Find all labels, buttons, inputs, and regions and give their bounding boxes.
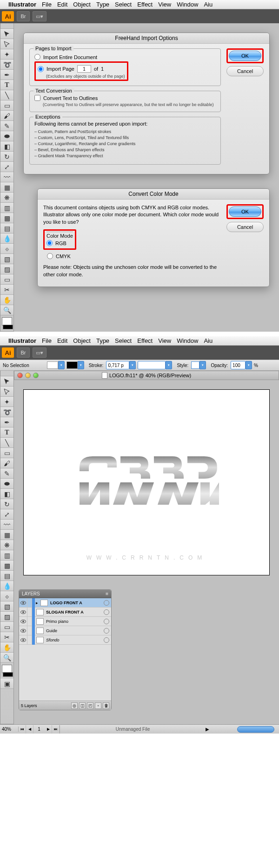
convert-text-checkbox[interactable] [34,95,40,101]
first-artboard-icon[interactable]: ⏮ [19,725,26,734]
artboard-tool-2[interactable]: ▭ [0,622,13,632]
stroke-color-2[interactable] [3,672,13,677]
visibility-toggle[interactable] [19,617,27,626]
menu-file[interactable]: File [42,1,52,8]
color-wells[interactable] [0,315,13,331]
menu-effect[interactable]: Effect [137,1,153,8]
arrange-documents-button[interactable]: ▭▾ [33,11,46,21]
close-window-icon[interactable] [17,373,23,378]
layer-name[interactable]: Primo piano [45,619,104,624]
stroke-color[interactable] [3,325,13,329]
zoom-window-icon[interactable] [33,373,39,378]
graph-tool-2[interactable]: ▥ [0,550,13,561]
pen-tool[interactable]: ✒ [0,70,13,80]
stroke-weight-input[interactable] [106,361,129,369]
lock-toggle[interactable] [27,626,32,635]
window-controls[interactable] [17,373,39,378]
layer-name[interactable]: LOGO FRONT A [49,601,104,605]
zoom-level[interactable]: 40% [0,727,19,732]
zoom-tool-2[interactable]: 🔍 [0,653,13,663]
menu-help[interactable]: Aiu [204,1,213,8]
menu-type-2[interactable]: Type [96,337,109,344]
direct-selection-tool[interactable] [0,39,13,49]
blend-tool-2[interactable]: ⟐ [0,591,13,601]
brush-dropdown[interactable]: ▾ [166,361,172,369]
horizontal-scrollbar[interactable] [237,726,274,733]
bridge-button-2[interactable]: Br [17,347,30,358]
last-artboard-icon[interactable]: ⏭ [52,725,60,734]
layer-row[interactable]: Primo piano [19,617,111,626]
hand-tool[interactable]: ✋ [0,295,13,305]
document-titlebar[interactable]: LOGO.fh11* @ 40% (RGB/Preview) [14,371,279,380]
pencil-tool-2[interactable]: ✎ [0,468,13,479]
visibility-toggle[interactable] [19,608,27,617]
panel-menu-icon[interactable]: ≡ [106,591,108,596]
style-swatch[interactable] [191,361,199,369]
eyedropper-tool[interactable]: 💧 [0,234,13,244]
slice-tool[interactable]: ✂ [0,285,13,295]
minimize-window-icon[interactable] [25,373,31,378]
brush-definition[interactable] [138,361,166,369]
fill-swatch[interactable] [47,361,58,369]
gradient-tool-2[interactable]: ▤ [0,571,13,581]
line-tool-2[interactable]: ╲ [0,438,13,448]
artboard-tool[interactable]: ▭ [0,274,13,285]
style-dropdown[interactable]: ▾ [199,361,206,369]
rectangle-tool[interactable]: ▭ [0,100,13,111]
screen-mode-button[interactable]: ▣ [0,679,13,689]
magic-wand-tool[interactable]: ✦ [0,49,13,60]
visibility-toggle[interactable] [19,635,27,645]
scale-tool[interactable]: ⤢ [0,162,13,172]
expand-icon[interactable]: ▸ [35,601,39,605]
app-name[interactable]: Illustrator [8,1,36,8]
prev-artboard-icon[interactable]: ◀ [26,725,33,734]
mesh-tool-2[interactable]: ▩ [0,561,13,571]
lasso-tool[interactable]: ➰ [0,60,13,70]
cancel-button[interactable]: Cancel [226,66,264,76]
scale-tool-2[interactable]: ⤢ [0,509,13,520]
blend-tool[interactable]: ⟐ [0,244,13,254]
fill-dropdown[interactable]: ▾ [58,361,65,369]
menu-effect-2[interactable]: Effect [137,337,153,344]
layer-row[interactable]: Guide [19,626,111,635]
lock-toggle[interactable] [27,598,32,608]
menu-view[interactable]: View [158,1,171,8]
pencil-tool[interactable]: ✎ [0,121,13,131]
cancel2-button[interactable]: Cancel [226,222,264,232]
lasso-tool-2[interactable]: ➰ [0,407,13,417]
artboard[interactable]: WWW.CRRNTN.COM [23,389,270,575]
eraser-tool[interactable]: ◧ [0,141,13,152]
artboard-number-input[interactable] [33,725,45,734]
menu-type[interactable]: Type [96,1,109,8]
toolbox-grip-2[interactable] [0,371,13,376]
next-artboard-icon[interactable]: ▶ [45,725,52,734]
slice-tool-2[interactable]: ✂ [0,632,13,642]
cmyk-radio[interactable] [47,253,53,259]
app-name-2[interactable]: Illustrator [8,337,36,344]
stroke-weight-dropdown[interactable]: ▾ [129,361,136,369]
live-paint-select-tool[interactable]: ▨ [0,264,13,274]
rotate-tool-2[interactable]: ↻ [0,499,13,509]
rectangle-tool-2[interactable]: ▭ [0,448,13,458]
live-paint-select-tool-2[interactable]: ▨ [0,612,13,622]
rotate-tool[interactable]: ↻ [0,152,13,162]
gradient-tool[interactable]: ▤ [0,223,13,234]
pen-tool-2[interactable]: ✒ [0,417,13,427]
symbol-sprayer-tool-2[interactable]: ❋ [0,540,13,550]
target-icon[interactable] [104,637,109,643]
target-icon[interactable] [104,628,109,634]
mesh-tool[interactable]: ▩ [0,213,13,223]
visibility-toggle[interactable] [19,598,27,608]
new-sublayer-icon[interactable]: ◰ [87,702,93,709]
locate-object-icon[interactable]: ◎ [71,702,78,709]
layer-row[interactable]: Sfondo [19,635,111,645]
rgb-radio[interactable] [46,240,53,246]
type-tool[interactable]: T [0,80,13,90]
layer-name[interactable]: Guide [45,628,104,633]
visibility-toggle[interactable] [19,626,27,635]
menu-window[interactable]: Window [177,1,198,8]
arrange-documents-button-2[interactable]: ▭▾ [33,347,46,358]
target-icon[interactable] [104,600,109,606]
lock-toggle[interactable] [27,608,32,617]
delete-layer-icon[interactable]: 🗑 [103,702,109,709]
